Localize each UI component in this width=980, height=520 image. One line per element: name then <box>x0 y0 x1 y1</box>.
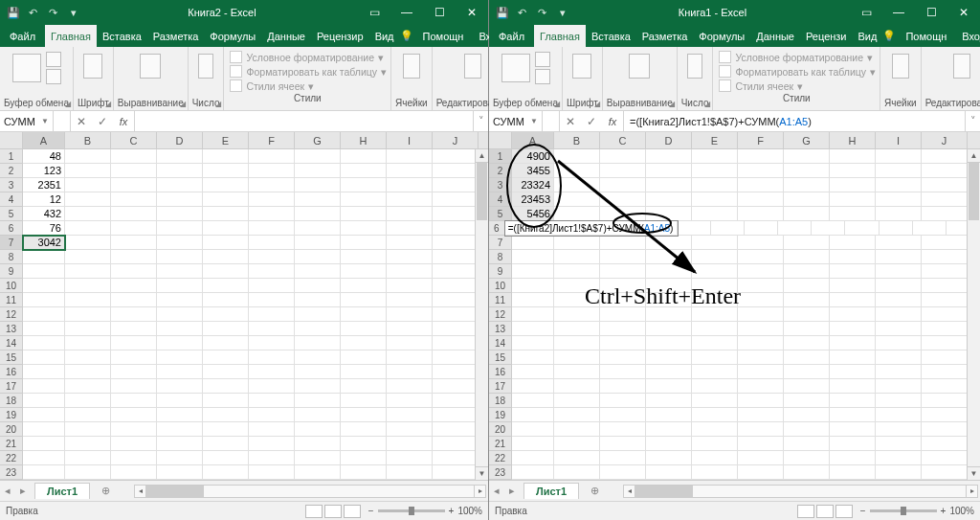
cell[interactable] <box>646 164 692 178</box>
row-header[interactable]: 10 <box>0 279 23 293</box>
cell[interactable] <box>922 164 968 178</box>
cell[interactable] <box>157 408 203 422</box>
cell[interactable] <box>341 149 387 164</box>
cell[interactable] <box>646 192 692 207</box>
cell[interactable] <box>554 307 600 322</box>
cell[interactable] <box>830 394 876 408</box>
cell[interactable] <box>600 149 646 164</box>
cell[interactable] <box>512 264 554 279</box>
cell[interactable] <box>157 192 203 207</box>
cell[interactable]: 12 <box>23 192 65 207</box>
cell[interactable] <box>111 408 157 422</box>
cell[interactable] <box>738 437 784 451</box>
cell-styles-button[interactable]: Стили ячеек ▾ <box>719 79 876 92</box>
alignment-icon[interactable] <box>629 54 650 79</box>
cell[interactable] <box>341 408 387 422</box>
cell[interactable] <box>249 422 295 437</box>
cell[interactable] <box>922 451 968 465</box>
row-header[interactable]: 6 <box>489 221 505 236</box>
cell[interactable] <box>830 192 876 207</box>
cell[interactable] <box>512 336 554 350</box>
cell[interactable] <box>433 408 479 422</box>
cell[interactable] <box>23 394 65 408</box>
cell[interactable] <box>157 350 203 365</box>
cell[interactable] <box>387 408 433 422</box>
cell[interactable] <box>433 451 479 465</box>
cell[interactable] <box>295 379 341 394</box>
cell[interactable] <box>157 365 203 379</box>
scroll-right-icon[interactable]: ▸ <box>966 486 977 497</box>
cell[interactable] <box>387 322 433 336</box>
paste-icon[interactable] <box>12 54 41 82</box>
cell[interactable] <box>876 250 922 264</box>
col-header[interactable]: E <box>203 132 249 148</box>
cell[interactable] <box>830 322 876 336</box>
cell[interactable] <box>23 264 65 279</box>
cell[interactable] <box>738 408 784 422</box>
cell[interactable] <box>711 221 745 236</box>
cell[interactable] <box>203 279 249 293</box>
col-header[interactable]: E <box>692 132 738 148</box>
cell[interactable] <box>433 336 479 350</box>
row-header[interactable]: 7 <box>0 236 23 250</box>
tab-home[interactable]: Главная <box>534 25 586 47</box>
select-all-corner[interactable] <box>489 132 512 148</box>
view-normal-icon[interactable] <box>305 505 323 518</box>
cell[interactable] <box>876 422 922 437</box>
col-header[interactable]: G <box>295 132 341 148</box>
cell[interactable] <box>249 408 295 422</box>
cell[interactable]: 3455 <box>512 164 554 178</box>
cell[interactable] <box>738 192 784 207</box>
cell[interactable] <box>646 149 692 164</box>
cell[interactable] <box>784 408 830 422</box>
cell[interactable] <box>738 178 784 192</box>
cell[interactable] <box>433 164 479 178</box>
cell[interactable] <box>249 451 295 465</box>
cell[interactable]: 23453 <box>512 192 554 207</box>
cell[interactable] <box>692 437 738 451</box>
zoom-in-icon[interactable]: + <box>449 506 455 516</box>
cell[interactable] <box>922 264 968 279</box>
cell[interactable] <box>249 250 295 264</box>
cell[interactable] <box>387 164 433 178</box>
cell[interactable] <box>922 236 968 250</box>
cell[interactable] <box>23 408 65 422</box>
cut-icon[interactable] <box>535 52 550 67</box>
cell[interactable] <box>830 422 876 437</box>
cell[interactable] <box>784 365 830 379</box>
sheet-nav-next-icon[interactable]: ▸ <box>15 485 31 497</box>
cell[interactable] <box>784 350 830 365</box>
cell[interactable] <box>295 408 341 422</box>
cell[interactable] <box>554 379 600 394</box>
view-page-layout-icon[interactable] <box>816 505 834 518</box>
tell-me-icon[interactable]: 💡 <box>400 30 413 42</box>
cell[interactable] <box>922 408 968 422</box>
cell[interactable] <box>111 465 157 480</box>
cell[interactable] <box>203 221 249 236</box>
cell[interactable] <box>738 350 784 365</box>
scroll-left-icon[interactable]: ◂ <box>135 486 146 497</box>
cell[interactable] <box>203 322 249 336</box>
row-header[interactable]: 22 <box>0 451 23 465</box>
cell[interactable] <box>692 307 738 322</box>
cell[interactable] <box>830 236 876 250</box>
cell[interactable]: 23324 <box>512 178 554 192</box>
cell[interactable] <box>876 336 922 350</box>
cell[interactable] <box>646 379 692 394</box>
cell[interactable] <box>876 322 922 336</box>
cell[interactable] <box>387 422 433 437</box>
zoom-in-icon[interactable]: + <box>941 506 947 516</box>
cell[interactable] <box>65 408 111 422</box>
cell[interactable] <box>295 322 341 336</box>
cell[interactable] <box>554 236 600 250</box>
row-header[interactable]: 17 <box>0 379 23 394</box>
cell[interactable] <box>295 465 341 480</box>
cell[interactable] <box>692 293 738 307</box>
tab-formulas[interactable]: Формулы <box>204 25 261 47</box>
cell[interactable] <box>692 149 738 164</box>
cell[interactable] <box>111 350 157 365</box>
cell[interactable] <box>23 322 65 336</box>
cell[interactable] <box>784 394 830 408</box>
col-header[interactable]: D <box>157 132 203 148</box>
cell[interactable] <box>387 192 433 207</box>
